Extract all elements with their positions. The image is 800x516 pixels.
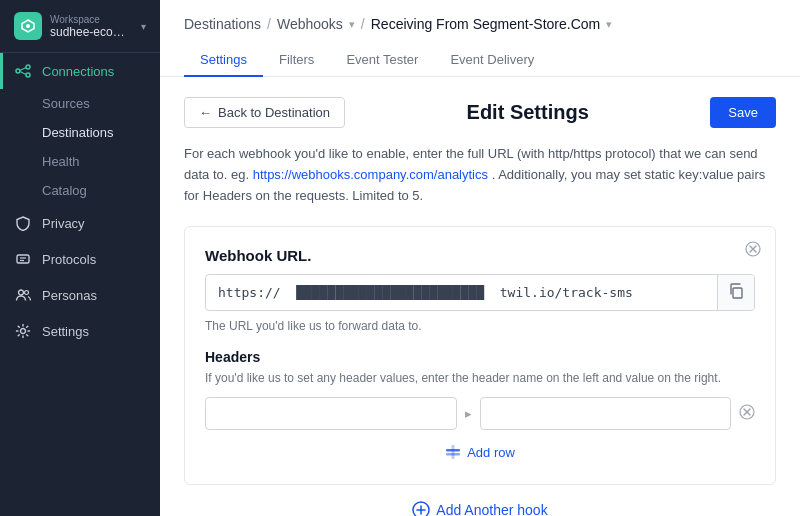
workspace-icon [14,12,42,40]
top-bar: Destinations / Webhooks ▾ / Receiving Fr… [160,0,800,77]
sidebar: Workspace sudhee-ecommerc... ▾ Connectio… [0,0,160,516]
privacy-icon [14,214,32,232]
svg-point-10 [25,291,29,295]
svg-rect-15 [733,288,742,298]
svg-point-3 [26,73,30,77]
back-to-destination-button[interactable]: ← Back to Destination [184,97,345,128]
tab-event-delivery[interactable]: Event Delivery [434,44,550,77]
sidebar-item-destinations[interactable]: Destinations [0,118,160,147]
svg-point-9 [19,290,24,295]
svg-point-2 [26,65,30,69]
url-input-wrapper [205,274,755,311]
svg-rect-21 [452,445,455,459]
tab-filters[interactable]: Filters [263,44,330,77]
header-row: ▸ [205,397,755,430]
page-title: Edit Settings [345,101,710,124]
breadcrumb-webhooks-caret: ▾ [349,18,355,31]
content-header: ← Back to Destination Edit Settings Save [184,97,776,128]
add-row-label: Add row [467,445,515,460]
save-button[interactable]: Save [710,97,776,128]
sidebar-item-sources[interactable]: Sources [0,89,160,118]
back-button-label: Back to Destination [218,105,330,120]
breadcrumb-sep-2: / [361,16,365,32]
personas-icon [14,286,32,304]
delete-row-icon[interactable] [739,404,755,424]
webhook-url-input[interactable] [206,277,717,308]
add-another-hook-button[interactable]: Add Another hook [184,501,776,516]
header-value-input[interactable] [480,397,732,430]
tabs: Settings Filters Event Tester Event Deli… [184,44,776,76]
sidebar-item-connections[interactable]: Connections [0,53,160,89]
personas-label: Personas [42,288,97,303]
protocols-label: Protocols [42,252,96,267]
breadcrumb-destinations[interactable]: Destinations [184,16,261,32]
sidebar-item-protocols[interactable]: Protocols [0,241,160,277]
privacy-label: Privacy [42,216,85,231]
headers-hint: If you'd like us to set any header value… [205,371,755,385]
breadcrumb-current-caret: ▾ [606,18,612,31]
svg-point-11 [21,329,26,334]
sidebar-item-privacy[interactable]: Privacy [0,205,160,241]
url-hint: The URL you'd like us to forward data to… [205,319,755,333]
svg-point-0 [26,24,30,28]
settings-label: Settings [42,324,89,339]
svg-line-5 [20,72,26,75]
workspace-info: Workspace sudhee-ecommerc... [50,14,133,39]
workspace-caret-icon: ▾ [141,21,146,32]
connections-label: Connections [42,64,114,79]
add-another-hook-label: Add Another hook [436,502,547,516]
content-area: ← Back to Destination Edit Settings Save… [160,77,800,516]
protocols-icon [14,250,32,268]
description-link[interactable]: https://webhooks.company.com/analytics [253,167,488,182]
sidebar-item-settings[interactable]: Settings [0,313,160,349]
main-content: Destinations / Webhooks ▾ / Receiving Fr… [160,0,800,516]
breadcrumb: Destinations / Webhooks ▾ / Receiving Fr… [184,16,776,32]
header-separator: ▸ [465,406,472,421]
headers-title: Headers [205,349,755,365]
svg-point-1 [16,69,20,73]
connections-icon [14,62,32,80]
workspace-switcher[interactable]: Workspace sudhee-ecommerc... ▾ [0,0,160,53]
breadcrumb-current: Receiving From Segment-Store.Com [371,16,601,32]
workspace-name: sudhee-ecommerc... [50,25,133,39]
header-key-input[interactable] [205,397,457,430]
sidebar-item-health[interactable]: Health [0,147,160,176]
description-text: For each webhook you'd like to enable, e… [184,144,776,206]
settings-icon [14,322,32,340]
close-icon[interactable] [745,241,761,260]
webhook-card: Webhook URL. The URL you'd like us to fo… [184,226,776,485]
sidebar-item-catalog[interactable]: Catalog [0,176,160,205]
svg-line-4 [20,68,26,71]
workspace-label: Workspace [50,14,133,25]
tab-event-tester[interactable]: Event Tester [330,44,434,77]
breadcrumb-webhooks[interactable]: Webhooks [277,16,343,32]
svg-rect-6 [17,255,29,263]
tab-settings[interactable]: Settings [184,44,263,77]
webhook-url-title: Webhook URL. [205,247,755,264]
back-arrow-icon: ← [199,105,212,120]
breadcrumb-sep-1: / [267,16,271,32]
sidebar-item-personas[interactable]: Personas [0,277,160,313]
copy-url-button[interactable] [717,275,754,310]
add-row-button[interactable]: Add row [205,440,755,464]
